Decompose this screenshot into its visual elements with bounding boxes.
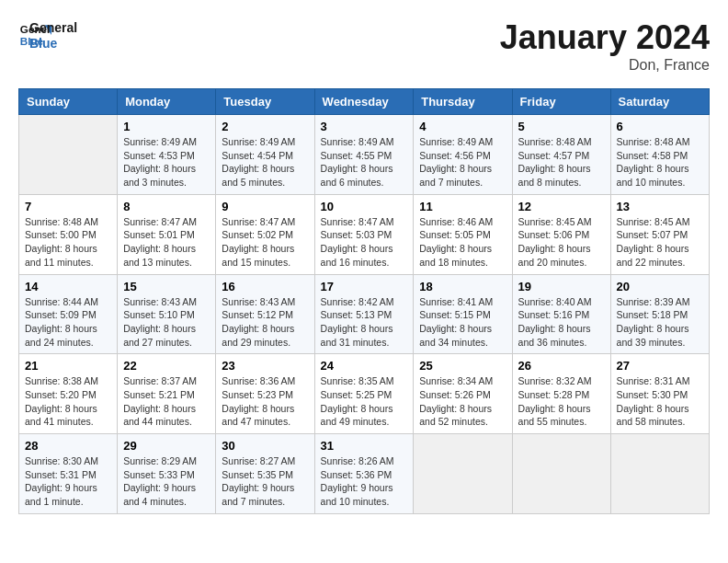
- day-number: 5: [518, 120, 605, 133]
- day-info: Sunrise: 8:27 AMSunset: 5:35 PMDaylight:…: [222, 454, 308, 509]
- day-info: Sunrise: 8:48 AMSunset: 5:00 PMDaylight:…: [25, 215, 111, 270]
- header-friday: Friday: [512, 89, 610, 115]
- day-info: Sunrise: 8:37 AMSunset: 5:21 PMDaylight:…: [123, 374, 210, 429]
- day-cell: 9Sunrise: 8:47 AMSunset: 5:02 PMDaylight…: [216, 194, 314, 274]
- day-info: Sunrise: 8:43 AMSunset: 5:10 PMDaylight:…: [123, 295, 210, 350]
- day-cell: 12Sunrise: 8:45 AMSunset: 5:06 PMDayligh…: [512, 194, 610, 274]
- header-tuesday: Tuesday: [216, 89, 314, 115]
- day-cell: 26Sunrise: 8:32 AMSunset: 5:28 PMDayligh…: [512, 354, 610, 434]
- day-cell: 4Sunrise: 8:49 AMSunset: 4:56 PMDaylight…: [414, 115, 512, 195]
- day-cell: 16Sunrise: 8:43 AMSunset: 5:12 PMDayligh…: [216, 274, 314, 354]
- day-cell: 5Sunrise: 8:48 AMSunset: 4:57 PMDaylight…: [512, 115, 610, 195]
- day-info: Sunrise: 8:49 AMSunset: 4:55 PMDaylight:…: [321, 135, 408, 190]
- day-number: 21: [25, 359, 111, 373]
- day-cell: 28Sunrise: 8:30 AMSunset: 5:31 PMDayligh…: [19, 434, 118, 514]
- day-cell: 14Sunrise: 8:44 AMSunset: 5:09 PMDayligh…: [19, 274, 118, 354]
- day-cell: 7Sunrise: 8:48 AMSunset: 5:00 PMDaylight…: [19, 194, 118, 274]
- day-info: Sunrise: 8:49 AMSunset: 4:56 PMDaylight:…: [419, 135, 506, 190]
- title-section: January 2024 Don, France: [500, 18, 710, 74]
- day-info: Sunrise: 8:34 AMSunset: 5:26 PMDaylight:…: [419, 374, 506, 429]
- header-wednesday: Wednesday: [314, 89, 414, 115]
- day-info: Sunrise: 8:36 AMSunset: 5:23 PMDaylight:…: [222, 374, 308, 429]
- day-cell: 23Sunrise: 8:36 AMSunset: 5:23 PMDayligh…: [216, 354, 314, 434]
- day-info: Sunrise: 8:46 AMSunset: 5:05 PMDaylight:…: [419, 215, 506, 270]
- week-row-3: 14Sunrise: 8:44 AMSunset: 5:09 PMDayligh…: [19, 274, 710, 354]
- day-number: 25: [419, 359, 506, 373]
- day-info: Sunrise: 8:39 AMSunset: 5:18 PMDaylight:…: [617, 295, 703, 350]
- day-number: 22: [123, 359, 210, 373]
- day-info: Sunrise: 8:40 AMSunset: 5:16 PMDaylight:…: [518, 295, 605, 350]
- day-cell: 27Sunrise: 8:31 AMSunset: 5:30 PMDayligh…: [610, 354, 709, 434]
- day-info: Sunrise: 8:32 AMSunset: 5:28 PMDaylight:…: [518, 374, 605, 429]
- page-header: General Blue General Blue General Blue J…: [18, 18, 710, 74]
- day-info: Sunrise: 8:38 AMSunset: 5:20 PMDaylight:…: [25, 374, 111, 429]
- day-cell: 8Sunrise: 8:47 AMSunset: 5:01 PMDaylight…: [118, 194, 216, 274]
- day-info: Sunrise: 8:43 AMSunset: 5:12 PMDaylight:…: [222, 295, 308, 350]
- day-info: Sunrise: 8:48 AMSunset: 4:57 PMDaylight:…: [518, 135, 605, 190]
- day-number: 6: [617, 120, 703, 133]
- day-cell: [414, 434, 512, 514]
- day-number: 9: [222, 200, 308, 213]
- day-cell: 20Sunrise: 8:39 AMSunset: 5:18 PMDayligh…: [610, 274, 709, 354]
- day-number: 12: [518, 200, 605, 213]
- day-number: 28: [25, 439, 111, 453]
- day-cell: 19Sunrise: 8:40 AMSunset: 5:16 PMDayligh…: [512, 274, 610, 354]
- day-cell: [512, 434, 610, 514]
- day-info: Sunrise: 8:49 AMSunset: 4:53 PMDaylight:…: [123, 135, 210, 190]
- header-monday: Monday: [118, 89, 216, 115]
- day-info: Sunrise: 8:41 AMSunset: 5:15 PMDaylight:…: [419, 295, 506, 350]
- day-number: 14: [25, 280, 111, 293]
- day-info: Sunrise: 8:47 AMSunset: 5:02 PMDaylight:…: [222, 215, 308, 270]
- header-thursday: Thursday: [414, 89, 512, 115]
- day-cell: 25Sunrise: 8:34 AMSunset: 5:26 PMDayligh…: [414, 354, 512, 434]
- day-number: 26: [518, 359, 605, 373]
- day-info: Sunrise: 8:26 AMSunset: 5:36 PMDaylight:…: [321, 454, 408, 509]
- day-number: 4: [419, 120, 506, 133]
- week-row-4: 21Sunrise: 8:38 AMSunset: 5:20 PMDayligh…: [19, 354, 710, 434]
- day-cell: 13Sunrise: 8:45 AMSunset: 5:07 PMDayligh…: [610, 194, 709, 274]
- day-info: Sunrise: 8:45 AMSunset: 5:07 PMDaylight:…: [617, 215, 703, 270]
- day-number: 10: [321, 200, 408, 213]
- calendar-subtitle: Don, France: [500, 57, 710, 74]
- day-number: 7: [25, 200, 111, 213]
- calendar-table: SundayMondayTuesdayWednesdayThursdayFrid…: [18, 88, 710, 514]
- day-number: 30: [222, 439, 308, 453]
- day-number: 8: [123, 200, 210, 213]
- day-cell: 30Sunrise: 8:27 AMSunset: 5:35 PMDayligh…: [216, 434, 314, 514]
- day-info: Sunrise: 8:30 AMSunset: 5:31 PMDaylight:…: [25, 454, 111, 509]
- day-cell: 11Sunrise: 8:46 AMSunset: 5:05 PMDayligh…: [414, 194, 512, 274]
- day-number: 11: [419, 200, 506, 213]
- header-saturday: Saturday: [610, 89, 709, 115]
- week-row-5: 28Sunrise: 8:30 AMSunset: 5:31 PMDayligh…: [19, 434, 710, 514]
- logo-general: General: [29, 20, 77, 36]
- day-cell: 15Sunrise: 8:43 AMSunset: 5:10 PMDayligh…: [118, 274, 216, 354]
- day-info: Sunrise: 8:29 AMSunset: 5:33 PMDaylight:…: [123, 454, 210, 509]
- header-row: SundayMondayTuesdayWednesdayThursdayFrid…: [19, 89, 710, 115]
- day-number: 13: [617, 200, 703, 213]
- day-cell: 18Sunrise: 8:41 AMSunset: 5:15 PMDayligh…: [414, 274, 512, 354]
- day-info: Sunrise: 8:35 AMSunset: 5:25 PMDaylight:…: [321, 374, 408, 429]
- day-number: 15: [123, 280, 210, 293]
- day-number: 3: [321, 120, 408, 133]
- day-number: 16: [222, 280, 308, 293]
- day-number: 27: [617, 359, 703, 373]
- day-number: 29: [123, 439, 210, 453]
- day-number: 2: [222, 120, 308, 133]
- day-number: 24: [321, 359, 408, 373]
- day-info: Sunrise: 8:42 AMSunset: 5:13 PMDaylight:…: [321, 295, 408, 350]
- day-cell: 3Sunrise: 8:49 AMSunset: 4:55 PMDaylight…: [314, 115, 414, 195]
- day-info: Sunrise: 8:45 AMSunset: 5:06 PMDaylight:…: [518, 215, 605, 270]
- day-cell: 24Sunrise: 8:35 AMSunset: 5:25 PMDayligh…: [314, 354, 414, 434]
- day-cell: 10Sunrise: 8:47 AMSunset: 5:03 PMDayligh…: [314, 194, 414, 274]
- week-row-1: 1Sunrise: 8:49 AMSunset: 4:53 PMDaylight…: [19, 115, 710, 195]
- day-number: 1: [123, 120, 210, 133]
- day-cell: [610, 434, 709, 514]
- day-cell: 21Sunrise: 8:38 AMSunset: 5:20 PMDayligh…: [19, 354, 118, 434]
- day-info: Sunrise: 8:47 AMSunset: 5:01 PMDaylight:…: [123, 215, 210, 270]
- day-cell: 2Sunrise: 8:49 AMSunset: 4:54 PMDaylight…: [216, 115, 314, 195]
- day-number: 31: [321, 439, 408, 453]
- day-cell: 31Sunrise: 8:26 AMSunset: 5:36 PMDayligh…: [314, 434, 414, 514]
- day-cell: 29Sunrise: 8:29 AMSunset: 5:33 PMDayligh…: [118, 434, 216, 514]
- day-cell: 22Sunrise: 8:37 AMSunset: 5:21 PMDayligh…: [118, 354, 216, 434]
- day-number: 20: [617, 280, 703, 293]
